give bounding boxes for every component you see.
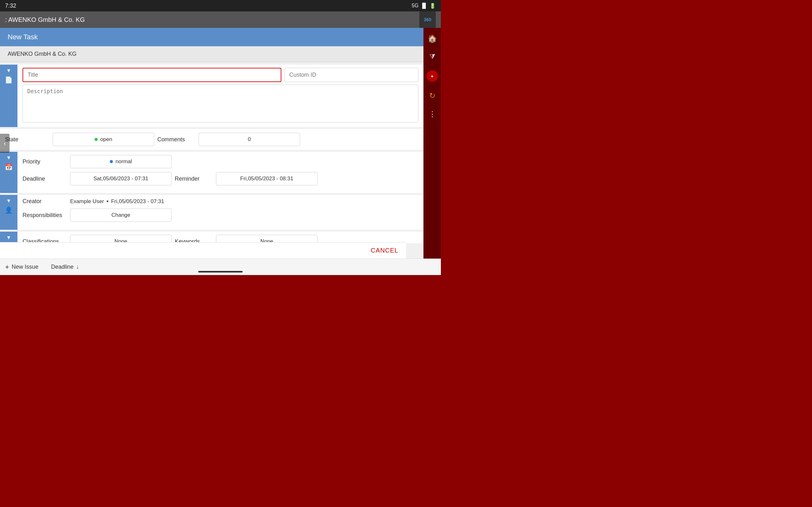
deadline-nav-item[interactable]: Deadline ↓ [51,264,79,270]
priority-dot-blue [110,160,113,163]
logo-text: 360 [424,17,431,22]
classifications-section-content: Classifications None Keywords None [17,232,423,243]
comments-label: Comments [157,136,195,143]
priority-button[interactable]: normal [70,155,171,168]
chevron-down-icon-2[interactable]: ▼ [6,155,11,161]
creator-label: Creator [22,198,67,205]
title-row [22,68,418,82]
priority-section-content: Priority normal Deadline Sat,05/06/2023 … [17,152,423,193]
title-section: ▼ 📄 [0,65,423,127]
priority-row: Priority normal [22,155,418,168]
signal-icon: 5G [412,3,418,9]
deadline-sort-arrow-icon: ↓ [76,264,79,270]
status-bar: 7:32 5G ▐▌ 🔋 [0,0,441,11]
creator-section-content: Creator Example User ▪ Fri,05/05/2023 - … [17,195,423,230]
reminder-right-pair: Reminder Fri,05/05/2023 - 08:31 [175,172,418,185]
app-header-title: : AWENKO GmbH & Co. KG [5,16,85,23]
new-issue-label: New Issue [12,264,38,270]
modal-footer: CANCEL [0,242,406,259]
reminder-value: Fri,05/05/2023 - 08:31 [240,176,293,182]
title-input[interactable] [22,68,281,82]
reminder-label: Reminder [175,176,213,182]
section-bar-1: ▼ 📄 [0,65,17,127]
battery-icon: 🔋 [429,3,436,9]
custom-id-input[interactable] [285,68,418,82]
responsibilities-label: Responsibilities [22,212,67,219]
state-comments-section: State open Comments 0 [0,129,423,150]
new-issue-nav-item[interactable]: + New Issue [5,263,38,271]
deadline-reminder-row: Deadline Sat,05/06/2023 - 07:31 Reminder… [22,172,418,185]
responsibilities-btn-label: Change [111,212,131,218]
company-name: AWENKO GmbH & Co. KG [8,51,77,57]
creator-bullet: ▪ [107,198,108,205]
reminder-button[interactable]: Fri,05/05/2023 - 08:31 [216,172,317,185]
scrollable-content: ▼ 📄 State [0,62,423,243]
classifications-section: ▼ Classifications None Keywords None [0,232,423,243]
responsibilities-row: Responsibilities Change [22,209,418,222]
chevron-down-icon-3[interactable]: ▼ [6,198,11,204]
status-bar-right: 5G ▐▌ 🔋 [412,3,436,9]
state-button[interactable]: open [53,133,154,146]
creator-name: Example User [70,199,104,205]
state-value: open [100,136,112,143]
responsibilities-change-button[interactable]: Change [70,209,171,222]
more-options-icon[interactable]: ⋮ [428,110,436,118]
modal-title: New Task [8,33,38,41]
bottom-nav: + New Issue Deadline ↓ [0,259,441,275]
user-notification-icon[interactable]: ● [426,70,438,82]
app-logo: 360 [419,11,436,28]
filter-icon[interactable]: ⧩ [429,53,435,61]
section-bar-3: ▼ 👤 [0,195,17,230]
state-comments-row: State open Comments 0 [5,133,418,146]
signal-bars-icon: ▐▌ [420,3,427,9]
state-label: State [5,136,49,143]
deadline-button[interactable]: Sat,05/06/2023 - 07:31 [70,172,171,185]
modal-overlay: New Task AWENKO GmbH & Co. KG ▼ 📄 [0,28,423,259]
creator-date: Fri,05/05/2023 - 07:31 [111,199,164,205]
creator-section: ▼ 👤 Creator Example User ▪ Fri,05/05/202… [0,195,423,230]
deadline-nav-label: Deadline [51,264,73,270]
section-bar-4: ▼ [0,232,17,243]
home-indicator [198,271,243,273]
priority-value: normal [115,158,132,165]
deadline-value: Sat,05/06/2023 - 07:31 [94,176,148,182]
deadline-label: Deadline [22,176,67,182]
section-bar-2: ▼ 📅 [0,152,17,193]
calendar-icon: 📅 [5,163,13,171]
new-issue-plus-icon: + [5,263,9,271]
state-dot-green [95,138,98,141]
modal-header: New Task [0,28,423,46]
description-textarea[interactable] [22,84,418,123]
right-sidebar: 🏠 ⧩ ● ↻ ⋮ [423,28,441,259]
home-icon[interactable]: 🏠 [427,34,437,43]
priority-section: ▼ 📅 Priority normal Deadline [0,152,423,193]
creator-row: Creator Example User ▪ Fri,05/05/2023 - … [22,198,418,205]
title-section-content [17,65,423,127]
comments-right-pair: Comments 0 [157,133,418,146]
chevron-down-icon-1[interactable]: ▼ [6,68,11,73]
refresh-icon[interactable]: ↻ [429,91,436,100]
creator-value: Example User ▪ Fri,05/05/2023 - 07:31 [70,198,164,205]
chevron-down-icon-4[interactable]: ▼ [6,235,11,240]
document-icon: 📄 [5,76,13,83]
person-icon: 👤 [5,206,13,214]
app-header: : AWENKO GmbH & Co. KG 360 [0,11,441,28]
comments-value: 0 [199,133,300,146]
company-row: AWENKO GmbH & Co. KG [0,46,423,62]
left-nav-arrow[interactable]: ‹ [0,134,9,153]
cancel-button[interactable]: CANCEL [371,247,398,254]
time-display: 7:32 [5,3,16,9]
priority-label: Priority [22,158,67,165]
